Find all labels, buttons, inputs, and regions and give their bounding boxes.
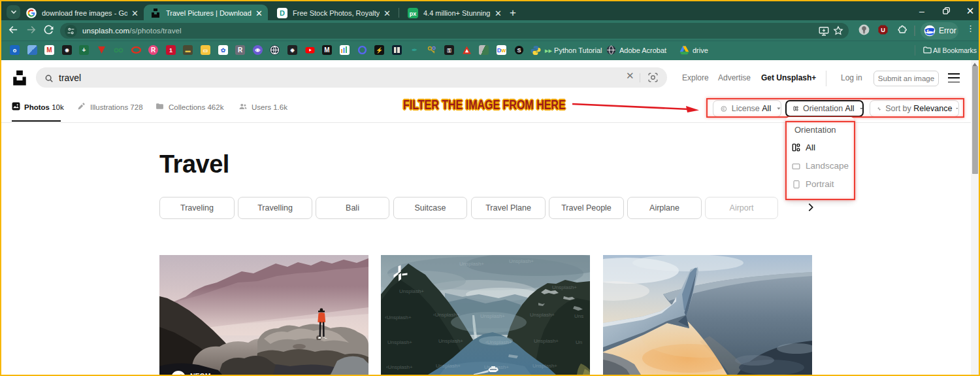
svg-text:NEOM: NEOM bbox=[190, 372, 211, 375]
svg-text:Unsplash+: Unsplash+ bbox=[532, 363, 557, 369]
svg-text:Unsplash+: Unsplash+ bbox=[480, 313, 505, 319]
svg-text:Un: Un bbox=[576, 339, 582, 345]
svg-text:‹Unsplash+: ‹Unsplash+ bbox=[385, 315, 412, 320]
svg-text:D: D bbox=[280, 9, 285, 17]
svg-text:Uns: Uns bbox=[574, 313, 583, 319]
svg-text:‹Unsplash+: ‹Unsplash+ bbox=[433, 312, 460, 318]
svg-text:‹Unsplash+: ‹Unsplash+ bbox=[386, 364, 413, 370]
svg-text:Unsplash+: Unsplash+ bbox=[534, 338, 559, 344]
svg-text:‹Unsplash+: ‹Unsplash+ bbox=[485, 339, 512, 345]
svg-text:px: px bbox=[410, 10, 417, 17]
svg-text:Unsplash+: Unsplash+ bbox=[399, 288, 424, 294]
svg-text:Unsplash+: Unsplash+ bbox=[530, 312, 555, 318]
svg-text:Unsplash+: Unsplash+ bbox=[484, 364, 509, 370]
svg-text:Unsplash+: Unsplash+ bbox=[436, 363, 461, 369]
svg-text:Unsplash+: Unsplash+ bbox=[459, 261, 484, 267]
svg-text:S: S bbox=[517, 47, 521, 54]
svg-text:Unsplash+: Unsplash+ bbox=[387, 339, 412, 345]
svg-text:U: U bbox=[881, 27, 885, 33]
svg-text:Unsplash+: Unsplash+ bbox=[552, 284, 577, 290]
svg-text:Unsplash+: Unsplash+ bbox=[438, 338, 463, 344]
svg-text:Unsplash+: Unsplash+ bbox=[509, 258, 534, 264]
